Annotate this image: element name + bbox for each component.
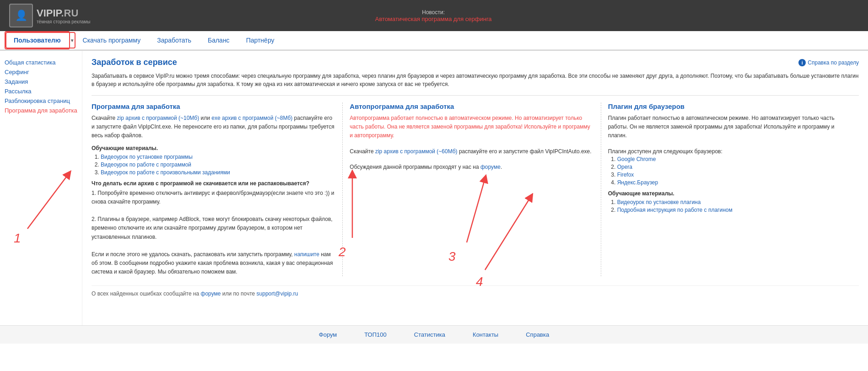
col2-forum-text: Обсуждения данной программы проходят у н…	[350, 163, 593, 172]
col3-mat1[interactable]: Видеоурок по установке плагина	[617, 199, 701, 205]
footer-forum-link[interactable]: форуме	[201, 290, 221, 297]
list-item: Google Chrome	[617, 156, 852, 162]
col2-download-text: Скачайте zip архив с программой (~60Мб) …	[350, 147, 593, 156]
col3-browser4[interactable]: Яндекс.Браузер	[617, 179, 658, 186]
logo-box: 👤	[9, 4, 33, 27]
list-item: Видеоурок по установке программы	[101, 154, 335, 160]
header-news: Новости: Автоматическая программа для се…	[375, 9, 492, 22]
col3-materials-title: Обучающие материалы.	[608, 190, 852, 197]
news-label: Новости:	[375, 9, 492, 16]
list-item: Opera	[617, 164, 852, 170]
info-icon: i	[798, 59, 806, 66]
list-item: Видеоурок по работе с программой	[101, 161, 335, 168]
col2-link1[interactable]: zip архив с программой (~60Мб)	[375, 148, 458, 155]
intro-text: Зарабатывать в сервисе VipIP.ru можно тр…	[92, 72, 859, 96]
col3-browsers-list: Google Chrome Opera Firefox Яндекс.Брауз…	[617, 156, 852, 186]
help-link[interactable]: i Справка по разделу	[798, 59, 859, 66]
col1-mat1[interactable]: Видеоурок по установке программы	[101, 154, 193, 160]
col1-materials-list: Видеоурок по установке программы Видеоур…	[101, 154, 335, 176]
col3-intro: Плагин работает полностью в автоматическ…	[608, 114, 852, 140]
list-item: Видеоурок по установке плагина	[617, 199, 852, 205]
sidebar-item-unblock[interactable]: Разблокировка страниц	[5, 96, 77, 106]
nav-balance[interactable]: Баланс	[199, 32, 238, 48]
logo-icon: 👤	[15, 10, 27, 22]
footer-email-link[interactable]: support@vipip.ru	[257, 290, 298, 297]
main-wrapper: Общая статистика Серфинг Задания Рассылк…	[0, 51, 868, 325]
logo-area: 👤 VIPIP.RU тёмная сторона рекламы	[9, 4, 90, 27]
list-item: Яндекс.Браузер	[617, 179, 852, 186]
col1-link2[interactable]: exe архив с программой (~8Мб)	[211, 115, 292, 121]
col2-forum-link[interactable]: форуме	[480, 164, 501, 170]
col3-browser2[interactable]: Opera	[617, 164, 632, 170]
content-area: Заработок в сервисе i Справка по разделу…	[82, 51, 868, 325]
list-item: Подробная инструкция по работе с плагино…	[617, 207, 852, 213]
col1-write-link[interactable]: напишите	[294, 251, 319, 258]
sidebar-item-stats[interactable]: Общая статистика	[5, 58, 77, 67]
footer-stats[interactable]: Статистика	[414, 331, 445, 338]
nav-user[interactable]: Пользователю	[5, 31, 70, 49]
col3-browsers-intro: Плагин доступен для следующих браузеров:	[608, 147, 852, 156]
nav-bar: Пользователю ▼ Скачать программу Заработ…	[0, 31, 868, 50]
col3-browser3[interactable]: Firefox	[617, 172, 634, 178]
news-link[interactable]: Автоматическая программа для серфинга	[375, 16, 492, 22]
footer-top100[interactable]: ТОП100	[364, 331, 387, 338]
sidebar-item-tasks[interactable]: Задания	[5, 77, 77, 86]
nav-download[interactable]: Скачать программу	[75, 32, 149, 48]
page-title-row: Заработок в сервисе i Справка по разделу	[92, 58, 859, 67]
col-program: Программа для заработка Скачайте zip арх…	[92, 102, 343, 276]
logo-text: VIPIP.RU	[37, 7, 90, 19]
sidebar-item-mailing[interactable]: Рассылка	[5, 86, 77, 96]
footer-note: О всех найденных ошибках сообщайте на фо…	[92, 285, 859, 297]
col1-mat3[interactable]: Видеоурок по работе с произвольными зада…	[101, 169, 230, 176]
sidebar: Общая статистика Серфинг Задания Рассылк…	[0, 51, 82, 325]
col-autoprogram: Автопрограмма для заработка Автопрограмм…	[343, 102, 601, 276]
footer-help[interactable]: Справка	[526, 331, 549, 338]
footer-contacts[interactable]: Контакты	[473, 331, 498, 338]
col2-title: Автопрограмма для заработка	[350, 102, 593, 110]
three-columns: Программа для заработка Скачайте zip арх…	[92, 102, 859, 276]
page-title: Заработок в сервисе	[92, 58, 177, 67]
col3-title: Плагин для браузеров	[608, 102, 852, 110]
nav-partner[interactable]: Партнёру	[238, 32, 283, 48]
sidebar-item-program[interactable]: Программа для заработка	[5, 106, 77, 115]
col3-materials-list: Видеоурок по установке плагина Подробная…	[617, 199, 852, 213]
nav-earn[interactable]: Заработать	[149, 32, 199, 48]
footer-forum[interactable]: Форум	[319, 331, 337, 338]
col1-problem-text: 1. Попробуйте временно отключить антивир…	[92, 189, 335, 277]
col3-browser1[interactable]: Google Chrome	[617, 156, 656, 162]
col1-link1[interactable]: zip архив с программой (~10Мб)	[117, 115, 199, 121]
nav-chevron-icon: ▼	[70, 38, 75, 43]
list-item: Firefox	[617, 172, 852, 178]
col1-mat2[interactable]: Видеоурок по работе с программой	[101, 161, 191, 168]
col3-mat2[interactable]: Подробная инструкция по работе с плагино…	[617, 207, 733, 213]
logo-subtitle: тёмная сторона рекламы	[37, 19, 90, 24]
header: 👤 VIPIP.RU тёмная сторона рекламы Новост…	[0, 0, 868, 31]
footer: Форум ТОП100 Статистика Контакты Справка	[0, 325, 868, 344]
sidebar-item-surfing[interactable]: Серфинг	[5, 67, 77, 77]
col-plugin: Плагин для браузеров Плагин работает пол…	[601, 102, 859, 276]
list-item: Видеоурок по работе с произвольными зада…	[101, 169, 335, 176]
col1-title: Программа для заработка	[92, 102, 335, 110]
col1-materials-title: Обучающие материалы.	[92, 145, 335, 151]
col1-intro: Скачайте zip архив с программой (~10Мб) …	[92, 114, 335, 140]
col1-problem-title: Что делать если архив с программой не ск…	[92, 180, 335, 187]
col2-red-intro: Автопрограмма работает полностью в автом…	[350, 114, 593, 140]
